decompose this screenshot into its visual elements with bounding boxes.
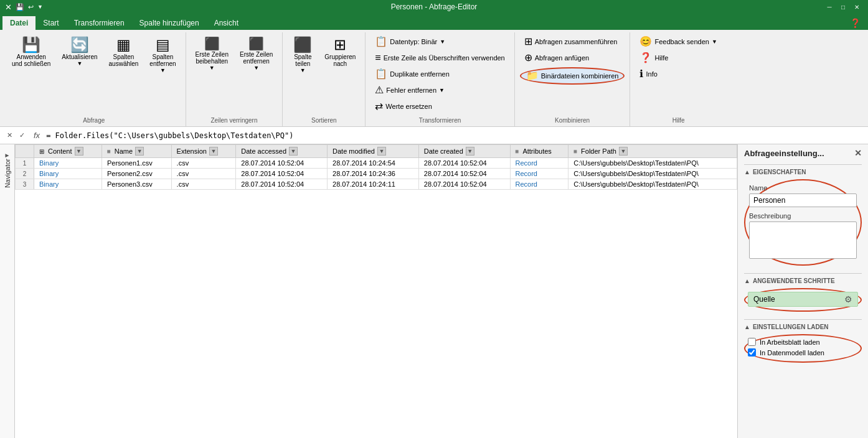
btn-aktualisieren[interactable]: 🔄 Aktualisieren ▼ <box>57 35 101 69</box>
btn-werte-ersetzen[interactable]: ⇄ Werte ersetzen <box>370 100 436 113</box>
combine-binary-icon: 📁 <box>526 71 539 81</box>
nav-arrow[interactable]: ► <box>4 152 11 159</box>
step-gear-icon[interactable]: ⚙ <box>844 294 852 304</box>
cell-folderpath-3: C:\Users\gubbels\Desktop\Testdaten\PQ\ <box>568 179 737 190</box>
btn-erste-zeilen-entfernen[interactable]: ⬛ Erste Zeilenentfernen ▼ <box>235 35 277 73</box>
btn-datentyp-binaer[interactable]: 📋 Datentyp: Binär ▼ <box>370 35 450 49</box>
btn-anfuegen-label: Abfragen anfügen <box>535 54 589 62</box>
group-zeilen-label: Zeilen verringern <box>191 116 278 124</box>
btn-spalten-entfernen[interactable]: ▤ Spaltenentfernen ▼ <box>145 35 180 76</box>
btn-ueberschriften-label: Erste Zeile als Überschriften verwenden <box>384 54 505 62</box>
step-quelle[interactable]: Quelle ⚙ <box>748 292 858 307</box>
keep-rows-icon: ⬛ <box>204 37 220 50</box>
btn-gruppieren-nach[interactable]: ⊞ Gruppierennach <box>320 35 360 70</box>
checkbox-arbeitsblatt[interactable] <box>748 338 756 346</box>
cell-attributes-3: Record <box>510 179 568 190</box>
btn-hilfe[interactable]: ❓ Hilfe <box>635 51 672 65</box>
formula-bar-buttons: ✕ ✓ <box>4 130 27 141</box>
btn-fehler-entfernen[interactable]: ⚠ Fehler entfernen ▼ <box>370 83 449 97</box>
btn-info-label: Info <box>646 70 657 78</box>
einstellungen-collapse-icon[interactable]: ▲ <box>744 324 750 330</box>
btn-info[interactable]: ℹ Info <box>635 67 661 81</box>
btn-feedback-senden[interactable]: 😊 Feedback senden ▼ <box>635 35 721 49</box>
beschreibung-textarea[interactable] <box>749 221 857 259</box>
ribbon-group-zeilen-content: ⬛ Erste Zeilenbeibehalten ▼ ⬛ Erste Zeil… <box>191 32 278 116</box>
btn-erste-zeilen-beibehalten-label: Erste Zeilenbeibehalten <box>196 51 229 65</box>
tab-help-icon[interactable]: ❓ <box>842 16 868 30</box>
formula-confirm-button[interactable]: ✓ <box>16 130 27 141</box>
tab-datei[interactable]: Datei <box>2 16 35 30</box>
step-quelle-label: Quelle <box>753 295 775 304</box>
eigenschaften-collapse-icon[interactable]: ▲ <box>744 169 750 175</box>
navigator-sidebar: ► Navigator <box>0 144 15 438</box>
btn-spalten-auswaehlen[interactable]: ▦ Spaltenauswählen <box>105 35 143 70</box>
checkbox-arbeitsblatt-row: In Arbeitsblatt laden <box>748 338 858 346</box>
btn-aktualisieren-label: Aktualisieren <box>62 54 97 60</box>
name-filter-btn[interactable]: ▼ <box>135 147 144 156</box>
btn-spalte-teilen[interactable]: ⬛ Spalteteilen ▼ <box>288 35 318 76</box>
cell-folderpath-1: C:\Users\gubbels\Desktop\Testdaten\PQ\ <box>568 158 737 169</box>
feedback-icon: 😊 <box>639 37 652 47</box>
schritte-collapse-icon[interactable]: ▲ <box>744 277 750 284</box>
group-abfrage-label: Abfrage <box>7 116 181 124</box>
refresh-icon: 🔄 <box>70 37 89 52</box>
attributes-col-icon: ≡ <box>516 148 519 155</box>
ribbon-group-hilfe: 😊 Feedback senden ▼ ❓ Hilfe ℹ Info Hilfe <box>630 32 726 126</box>
tab-ansicht[interactable]: Ansicht <box>207 16 246 30</box>
cell-datemodified-3: 28.07.2014 10:24:11 <box>328 179 419 190</box>
ribbon-group-transformieren: 📋 Datentyp: Binär ▼ ≡ Erste Zeile als Üb… <box>366 32 514 126</box>
date-accessed-filter-btn[interactable]: ▼ <box>289 147 298 156</box>
cell-name-1: Personen1.csv <box>101 158 171 169</box>
btn-binaerdateien-label: Binärdateien kombinieren <box>541 72 619 80</box>
name-input[interactable] <box>749 193 857 207</box>
quick-access-dropdown[interactable]: ▼ <box>37 4 43 10</box>
date-modified-filter-btn[interactable]: ▼ <box>377 147 386 156</box>
btn-abfragen-zusammenfuehren[interactable]: ⊞ Abfragen zusammenführen <box>520 35 622 49</box>
formula-input[interactable] <box>46 131 864 140</box>
content-filter-btn[interactable]: ▼ <box>75 147 83 156</box>
col-header-date-modified: Date modified ▼ <box>328 145 419 158</box>
date-created-filter-btn[interactable]: ▼ <box>466 147 474 156</box>
quick-access-save[interactable]: 💾 <box>16 3 24 11</box>
btn-binaerdateien-kombinieren[interactable]: 📁 Binärdateien kombinieren <box>520 67 625 85</box>
extension-filter-btn[interactable]: ▼ <box>209 147 218 156</box>
btn-duplikate-entfernen[interactable]: 📋 Duplikate entfernen <box>370 67 453 81</box>
quick-access-undo[interactable]: ↩ <box>28 3 34 11</box>
panel-close-button[interactable]: ✕ <box>854 148 862 158</box>
einstellungen-highlight: In Arbeitsblatt laden In Datenmodell lad… <box>744 334 862 363</box>
ribbon-group-abfrage-content: 💾 Anwendenund schließen 🔄 Aktualisieren … <box>7 32 181 116</box>
folder-path-filter-btn[interactable]: ▼ <box>619 147 628 156</box>
btn-datentyp-label: Datentyp: Binär <box>390 38 437 45</box>
btn-spalte-teilen-label: Spalteteilen <box>294 54 311 67</box>
ribbon-group-transformieren-content: 📋 Datentyp: Binär ▼ ≡ Erste Zeile als Üb… <box>370 32 509 116</box>
data-grid-area: ⊞ Content ▼ ≡ Name ▼ <box>15 144 737 438</box>
btn-feedback-dropdown: ▼ <box>712 39 717 45</box>
table-row: 3 Binary Personen3.csv .csv 28.07.2014 1… <box>16 179 737 190</box>
close-button[interactable]: ✕ <box>851 1 863 12</box>
btn-fehler-label: Fehler entfernen <box>386 86 436 94</box>
btn-erste-zeile-ueberschriften[interactable]: ≡ Erste Zeile als Überschriften verwende… <box>370 51 509 65</box>
group-kombinieren-label: Kombinieren <box>520 116 625 124</box>
cell-datecreated-1: 28.07.2014 10:52:04 <box>418 158 510 169</box>
btn-first-rows-remove-dropdown: ▼ <box>253 65 259 71</box>
ribbon-group-kombinieren: ⊞ Abfragen zusammenführen ⊕ Abfragen anf… <box>515 32 631 126</box>
checkbox-datenmodell-label: In Datenmodell laden <box>760 349 824 356</box>
panel-section-schritte: ▲ ANGEWENDETE SCHRITTE Quelle ⚙ <box>738 271 868 317</box>
cell-name-3: Personen3.csv <box>101 179 171 190</box>
beschreibung-label: Beschreibung <box>749 212 857 220</box>
name-col-icon: ≡ <box>107 148 111 155</box>
formula-cancel-button[interactable]: ✕ <box>4 130 15 141</box>
tab-start[interactable]: Start <box>35 16 66 30</box>
info-icon: ℹ <box>639 69 643 79</box>
tab-transformieren[interactable]: Transformieren <box>67 16 132 30</box>
header-icon: ≡ <box>375 53 380 63</box>
btn-erste-zeilen-beibehalten[interactable]: ⬛ Erste Zeilenbeibehalten ▼ <box>191 35 233 73</box>
cell-dateaccessed-3: 28.07.2014 10:52:04 <box>236 179 328 190</box>
maximize-button[interactable]: □ <box>837 1 849 12</box>
col-header-date-created: Date created ▼ <box>418 145 510 158</box>
btn-abfragen-anfuegen[interactable]: ⊕ Abfragen anfügen <box>520 51 593 65</box>
checkbox-datenmodell[interactable] <box>748 348 756 356</box>
btn-anwenden-schliessen[interactable]: 💾 Anwendenund schließen <box>7 35 55 70</box>
tab-spalte-hinzufuegen[interactable]: Spalte hinzufügen <box>132 16 207 30</box>
minimize-button[interactable]: ─ <box>823 1 836 12</box>
